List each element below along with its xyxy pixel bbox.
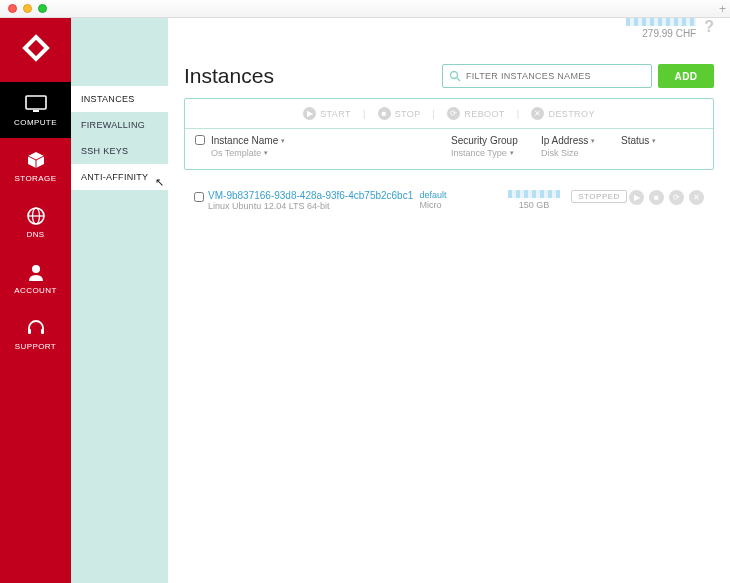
sub-item-anti-affinity[interactable]: ANTI-AFFINITY — [71, 164, 168, 190]
nav-label: ACCOUNT — [14, 286, 56, 295]
header-status[interactable]: Status▾ — [621, 135, 703, 146]
table-body: VM-9b837166-93d8-428a-93f6-4cb75b2c6bc1 … — [184, 186, 714, 215]
svg-line-14 — [457, 78, 460, 81]
instance-name-link[interactable]: VM-9b837166-93d8-428a-93f6-4cb75b2c6bc1 — [208, 190, 419, 201]
header-security-group[interactable]: Security Group — [451, 135, 541, 146]
header-instance-name[interactable]: Instance Name▾ — [211, 135, 451, 146]
header-instance-type[interactable]: Instance Type▾ — [451, 148, 541, 158]
person-icon — [23, 261, 49, 283]
disk-size: 150 GB — [499, 200, 569, 210]
action-stop[interactable]: ■STOP — [378, 107, 421, 120]
action-label: START — [320, 109, 351, 119]
svg-marker-0 — [25, 37, 47, 59]
table-panel: ▶START | ■STOP | ⟳REBOOT | ✕DESTROY Inst… — [184, 98, 714, 170]
stop-icon: ■ — [378, 107, 391, 120]
play-icon: ▶ — [303, 107, 316, 120]
separator: | — [363, 109, 366, 119]
header-disk-size: Disk Size — [541, 148, 621, 158]
svg-rect-12 — [41, 329, 44, 334]
help-icon[interactable]: ? — [704, 18, 714, 36]
svg-point-13 — [451, 72, 458, 79]
sub-item-ssh-keys[interactable]: SSH KEYS — [71, 138, 168, 164]
row-destroy-icon[interactable]: ✕ — [689, 190, 704, 205]
monitor-icon — [23, 93, 49, 115]
action-label: REBOOT — [464, 109, 504, 119]
action-reboot[interactable]: ⟳REBOOT — [447, 107, 504, 120]
svg-rect-1 — [26, 96, 46, 109]
nav-label: DNS — [26, 230, 44, 239]
nav-label: COMPUTE — [14, 118, 57, 127]
balance-amount: 279.99 CHF — [642, 28, 696, 39]
table-row: VM-9b837166-93d8-428a-93f6-4cb75b2c6bc1 … — [184, 186, 714, 215]
svg-rect-11 — [28, 329, 31, 334]
window-new-tab-icon[interactable]: + — [719, 2, 726, 16]
row-reboot-icon[interactable]: ⟳ — [669, 190, 684, 205]
nav-item-compute[interactable]: COMPUTE — [0, 82, 71, 138]
bulk-actions-bar: ▶START | ■STOP | ⟳REBOOT | ✕DESTROY — [185, 99, 713, 129]
nav-item-support[interactable]: SUPPORT — [0, 306, 71, 362]
select-all-checkbox[interactable] — [195, 135, 205, 145]
separator: | — [433, 109, 436, 119]
ip-blurred-icon — [508, 190, 560, 198]
nav-item-account[interactable]: ACCOUNT — [0, 250, 71, 306]
action-label: STOP — [395, 109, 421, 119]
window-minimize-icon[interactable] — [23, 4, 32, 13]
action-start[interactable]: ▶START — [303, 107, 351, 120]
row-start-icon[interactable]: ▶ — [629, 190, 644, 205]
secondary-nav: INSTANCES FIREWALLING SSH KEYS ANTI-AFFI… — [71, 0, 168, 583]
action-destroy[interactable]: ✕DESTROY — [531, 107, 594, 120]
nav-label: STORAGE — [15, 174, 57, 183]
caret-down-icon: ▾ — [652, 137, 656, 145]
main-content: 279.99 CHF ? Instances ADD ▶START | ■STO… — [168, 0, 730, 583]
sub-item-instances[interactable]: INSTANCES — [71, 86, 168, 112]
add-button[interactable]: ADD — [658, 64, 714, 88]
window-titlebar: + — [0, 0, 730, 18]
nav-item-storage[interactable]: STORAGE — [0, 138, 71, 194]
brand-logo-icon — [20, 32, 52, 64]
search-box[interactable] — [442, 64, 652, 88]
status-badge: STOPPED — [571, 190, 627, 203]
balance-blurred-icon — [626, 18, 696, 26]
search-icon — [449, 70, 461, 82]
svg-point-10 — [32, 265, 40, 273]
destroy-icon: ✕ — [531, 107, 544, 120]
page-title: Instances — [184, 64, 442, 88]
globe-icon — [23, 205, 49, 227]
window-zoom-icon[interactable] — [38, 4, 47, 13]
reboot-icon: ⟳ — [447, 107, 460, 120]
instance-os: Linux Ubuntu 12.04 LTS 64-bit — [208, 201, 419, 211]
separator: | — [517, 109, 520, 119]
table-header: Instance Name▾ Os Template▾ Security Gro… — [185, 129, 713, 169]
security-group-link[interactable]: default — [419, 190, 498, 200]
primary-nav: COMPUTE STORAGE DNS ACCOUNT SUPPORT — [0, 0, 71, 583]
window-close-icon[interactable] — [8, 4, 17, 13]
cube-icon — [23, 149, 49, 171]
search-input[interactable] — [466, 71, 645, 81]
sub-item-firewalling[interactable]: FIREWALLING — [71, 112, 168, 138]
svg-rect-2 — [33, 110, 39, 112]
caret-down-icon: ▾ — [264, 149, 268, 157]
row-checkbox[interactable] — [194, 192, 204, 202]
action-label: DESTROY — [548, 109, 594, 119]
pointer-cursor-icon: ↖ — [155, 176, 164, 189]
headset-icon — [23, 317, 49, 339]
nav-item-dns[interactable]: DNS — [0, 194, 71, 250]
caret-down-icon: ▾ — [510, 149, 514, 157]
row-stop-icon[interactable]: ■ — [649, 190, 664, 205]
caret-down-icon: ▾ — [591, 137, 595, 145]
nav-label: SUPPORT — [15, 342, 56, 351]
caret-down-icon: ▾ — [281, 137, 285, 145]
instance-type: Micro — [419, 200, 498, 210]
header-ip-address[interactable]: Ip Address▾ — [541, 135, 621, 146]
account-balance: 279.99 CHF — [626, 18, 696, 39]
header-os-template[interactable]: Os Template▾ — [211, 148, 451, 158]
